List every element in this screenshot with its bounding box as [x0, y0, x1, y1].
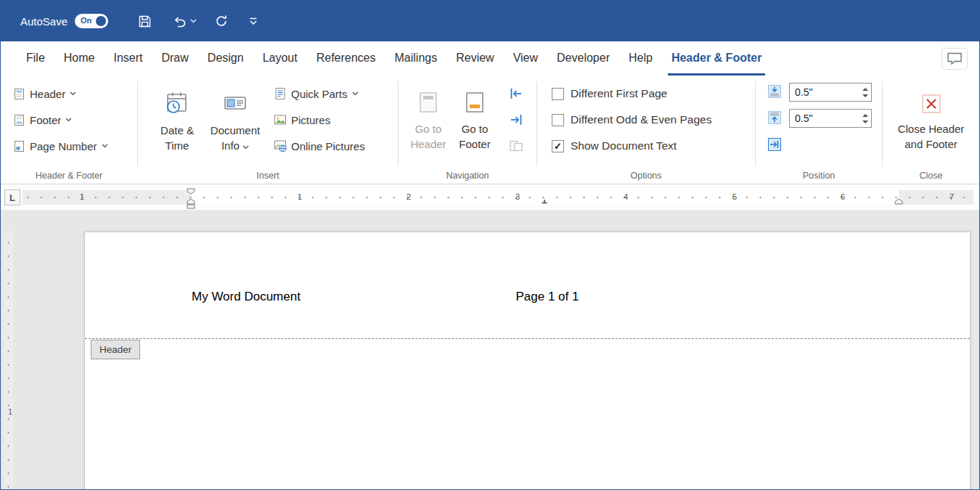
vertical-ruler-number: 1 [8, 407, 12, 416]
group-label-close: Close [883, 171, 979, 181]
date-time-button[interactable]: Date & Time [150, 80, 205, 166]
ribbon-tab-bar: File Home Insert Draw Design Layout Refe… [1, 41, 979, 75]
center-tab-stop-marker[interactable] [541, 199, 548, 205]
titlebar: AutoSave On [1, 1, 979, 41]
tab-developer[interactable]: Developer [547, 41, 619, 75]
date-time-label: Date & Time [150, 123, 205, 153]
chevron-down-icon [65, 118, 72, 122]
next-button[interactable] [505, 110, 528, 129]
chevron-down-icon [242, 145, 249, 150]
header-section-tag: Header [91, 340, 140, 359]
tab-view[interactable]: View [504, 41, 547, 75]
checkbox-box[interactable] [552, 114, 564, 126]
go-to-header-icon [416, 90, 441, 115]
undo-dropdown-button[interactable] [190, 19, 197, 23]
tab-file[interactable]: File [17, 41, 54, 75]
close-header-footer-button[interactable]: Close Header and Footer [889, 80, 973, 166]
chevron-down-icon [102, 144, 108, 148]
autosave-label: AutoSave [20, 15, 68, 28]
pictures-icon [274, 113, 287, 126]
customize-quick-access-button[interactable] [248, 15, 259, 27]
header-text-left[interactable]: My Word Document [192, 290, 301, 304]
tab-help[interactable]: Help [619, 41, 662, 75]
group-label-navigation: Navigation [399, 171, 536, 181]
header-from-top-button[interactable] [767, 84, 782, 102]
autosave-state: On [81, 16, 91, 25]
online-pictures-icon [274, 139, 287, 152]
checkbox-different-odd-even-pages[interactable]: Different Odd & Even Pages [552, 110, 711, 129]
quick-parts-icon [274, 87, 287, 100]
group-label-insert: Insert [138, 171, 398, 181]
horizontal-ruler: 1 1 2 3 4 5 6 7 [23, 190, 973, 205]
footer-from-bottom-icon [767, 110, 782, 125]
header-from-top-value: 0.5" [790, 86, 859, 98]
comments-button[interactable] [942, 48, 968, 70]
go-to-footer-icon [462, 90, 487, 115]
ribbon-group-position: 0.5" 0.5" Position [756, 75, 882, 184]
ruler-number: 7 [950, 192, 954, 201]
tab-mailings[interactable]: Mailings [385, 41, 447, 75]
ribbon-group-insert: Date & Time Document Info Quick Parts Pi… [138, 75, 398, 184]
tab-home[interactable]: Home [54, 41, 105, 75]
tab-draw[interactable]: Draw [152, 41, 197, 75]
document-page[interactable]: My Word Document Page 1 of 1 Header [84, 232, 971, 489]
header-text-center[interactable]: Page 1 of 1 [516, 290, 579, 304]
tab-stop-selector[interactable]: L [4, 189, 20, 205]
checkbox-box[interactable]: ✓ [552, 140, 564, 152]
hanging-indent-marker[interactable] [187, 198, 195, 209]
go-to-header-label: Go to Header [407, 121, 449, 152]
spin-up-button[interactable] [862, 88, 868, 91]
group-label-position: Position [756, 171, 882, 181]
pictures-button[interactable]: Pictures [270, 110, 334, 129]
chevron-down-icon [190, 19, 197, 23]
tab-review[interactable]: Review [446, 41, 503, 75]
insert-alignment-tab-button[interactable] [767, 137, 782, 155]
save-button[interactable] [137, 14, 152, 29]
undo-icon [173, 14, 187, 28]
date-time-icon [164, 90, 190, 116]
spin-down-button[interactable] [862, 121, 868, 123]
tab-insert[interactable]: Insert [104, 41, 152, 75]
footer-from-bottom-input[interactable]: 0.5" [789, 109, 872, 128]
header-button-label: Header [30, 88, 65, 100]
group-label-header-footer: Header & Footer [1, 171, 137, 181]
footer-button[interactable]: Footer [9, 110, 75, 129]
go-to-footer-button[interactable]: Go to Footer [454, 80, 496, 166]
close-header-footer-icon [920, 93, 942, 115]
online-pictures-button[interactable]: Online Pictures [270, 136, 369, 155]
go-to-header-button[interactable]: Go to Header [407, 80, 449, 166]
checkbox-label: Different First Page [571, 87, 667, 100]
checkbox-different-first-page[interactable]: Different First Page [552, 84, 667, 103]
tab-design[interactable]: Design [198, 41, 253, 75]
spin-down-button[interactable] [862, 94, 868, 97]
document-info-button[interactable]: Document Info [208, 80, 263, 166]
spin-up-button[interactable] [862, 114, 868, 117]
footer-from-bottom-button[interactable] [767, 110, 782, 128]
header-button[interactable]: Header [9, 84, 80, 103]
previous-button[interactable] [505, 84, 528, 103]
footer-button-label: Footer [30, 114, 61, 126]
page-number-button[interactable]: # Page Number [9, 136, 112, 155]
ruler-number: 1 [298, 192, 302, 201]
redo-button[interactable] [214, 14, 229, 28]
alignment-tab-icon [767, 137, 782, 152]
ribbon-group-header-footer: Header Footer # Page Number Header & Foo… [1, 75, 137, 184]
ribbon-group-options: Different First Page Different Odd & Eve… [537, 75, 755, 184]
previous-icon [508, 86, 524, 102]
tab-layout[interactable]: Layout [253, 41, 307, 75]
link-to-previous-button[interactable] [505, 136, 528, 155]
tab-header-and-footer[interactable]: Header & Footer [662, 41, 771, 75]
save-icon [137, 14, 152, 29]
header-from-top-input[interactable]: 0.5" [789, 83, 872, 102]
first-line-indent-marker[interactable] [187, 188, 195, 195]
undo-button[interactable] [173, 14, 187, 28]
checkbox-box[interactable] [552, 88, 564, 100]
checkbox-label: Show Document Text [571, 139, 677, 152]
document-info-label: Document Info [211, 124, 260, 152]
checkbox-show-document-text[interactable]: ✓ Show Document Text [552, 136, 677, 155]
document-info-icon [222, 90, 248, 116]
right-indent-marker[interactable] [894, 198, 903, 205]
tab-references[interactable]: References [307, 41, 385, 75]
autosave-toggle[interactable]: On [75, 14, 108, 28]
quick-parts-button[interactable]: Quick Parts [270, 84, 362, 103]
